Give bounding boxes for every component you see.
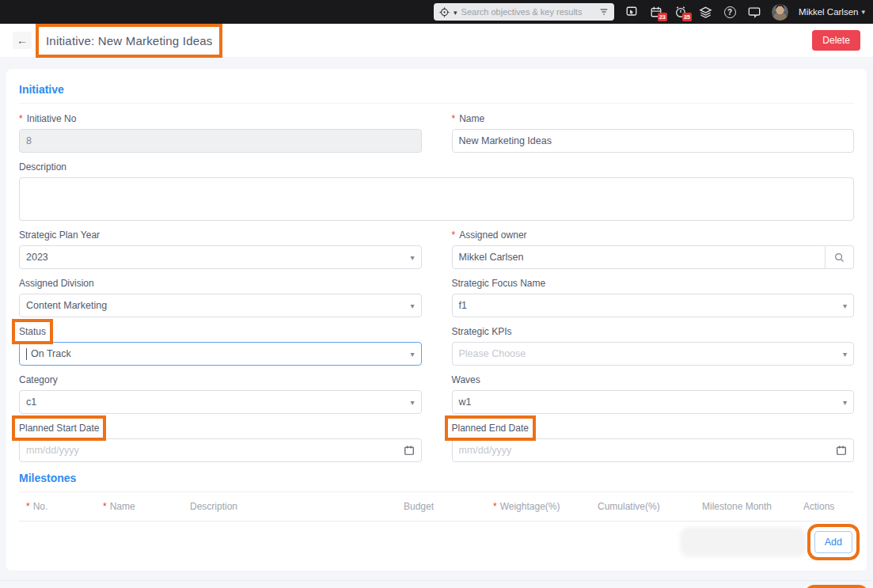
strategic-plan-year-label: Strategic Plan Year bbox=[19, 230, 422, 241]
assigned-owner-label: * Assigned owner bbox=[452, 230, 855, 241]
strategic-focus-name-label: Strategic Focus Name bbox=[452, 278, 855, 289]
assigned-division-label: Assigned Division bbox=[19, 278, 422, 289]
col-description: Description bbox=[190, 501, 404, 512]
name-input[interactable] bbox=[459, 135, 848, 146]
blurred-region bbox=[683, 530, 803, 554]
description-label: Description bbox=[19, 161, 854, 173]
calendar-badge: 23 bbox=[658, 13, 667, 21]
field-status: Status On Track bbox=[19, 326, 422, 366]
planned-end-date-input-wrap bbox=[452, 438, 855, 462]
field-category: Category c1 bbox=[19, 374, 422, 414]
col-actions: Actions bbox=[803, 501, 854, 512]
col-cumulative: Cumulative(%) bbox=[598, 501, 702, 512]
user-name: Mikkel Carlsen bbox=[799, 7, 858, 17]
assigned-owner-input[interactable] bbox=[459, 252, 819, 263]
required-asterisk: * bbox=[493, 501, 497, 512]
search-input[interactable] bbox=[461, 7, 595, 17]
waves-label: Waves bbox=[452, 374, 855, 385]
field-planned-end-date: Planned End Date bbox=[452, 423, 855, 462]
initiative-form-card: Initiative * Initiative No 8 * Name Desc… bbox=[6, 69, 867, 571]
strategic-plan-year-select[interactable]: 2023 bbox=[19, 245, 422, 269]
category-label: Category bbox=[19, 374, 422, 385]
calendar-picker-icon[interactable] bbox=[404, 445, 415, 456]
top-bar: 23 35 Mikkel Carlsen bbox=[0, 0, 873, 24]
alarm-icon[interactable]: 35 bbox=[674, 5, 688, 19]
calendar-picker-icon[interactable] bbox=[836, 445, 847, 456]
planned-start-date-input[interactable] bbox=[26, 445, 404, 456]
field-waves: Waves w1 bbox=[452, 374, 855, 414]
chevron-down-icon bbox=[843, 300, 847, 311]
initiative-section-title: Initiative bbox=[19, 78, 854, 103]
back-button[interactable] bbox=[13, 32, 32, 49]
initiative-no-input: 8 bbox=[19, 129, 422, 153]
field-strategic-kpis: Strategic KPIs Please Choose bbox=[452, 326, 855, 366]
planned-start-date-label-row: Planned Start Date bbox=[19, 423, 422, 434]
search-icon bbox=[834, 252, 845, 263]
alarm-badge: 35 bbox=[682, 13, 692, 21]
required-asterisk: * bbox=[452, 113, 456, 124]
user-avatar[interactable] bbox=[772, 4, 788, 21]
delete-button[interactable]: Delete bbox=[812, 30, 860, 51]
target-scope-icon bbox=[439, 7, 450, 17]
add-milestone-button[interactable]: Add bbox=[814, 531, 852, 553]
page-title: Initiative: New Marketing Ideas bbox=[46, 34, 212, 47]
global-search[interactable] bbox=[434, 3, 614, 21]
planned-start-date-input-wrap bbox=[19, 438, 422, 462]
field-planned-start-date: Planned Start Date bbox=[19, 423, 422, 462]
waves-select[interactable]: w1 bbox=[452, 390, 855, 414]
help-icon[interactable] bbox=[723, 5, 737, 19]
owner-search-button[interactable] bbox=[826, 245, 854, 269]
initiative-no-label: * Initiative No bbox=[19, 113, 422, 124]
description-textarea[interactable] bbox=[19, 177, 854, 221]
name-input-wrap bbox=[452, 129, 855, 153]
layers-icon[interactable] bbox=[698, 5, 712, 19]
user-menu[interactable]: Mikkel Carlsen bbox=[799, 7, 865, 17]
filter-icon[interactable] bbox=[599, 7, 609, 17]
strategic-focus-name-select[interactable]: f1 bbox=[452, 294, 855, 317]
assigned-division-select[interactable]: Content Marketing bbox=[19, 294, 422, 317]
chat-icon[interactable] bbox=[747, 5, 761, 19]
required-asterisk: * bbox=[452, 230, 456, 241]
col-milestone-month: Milestone Month bbox=[702, 501, 803, 512]
milestones-empty-row: Add bbox=[19, 522, 854, 563]
required-asterisk: * bbox=[19, 113, 23, 124]
chevron-down-icon bbox=[410, 252, 414, 263]
field-initiative-no: * Initiative No 8 bbox=[19, 113, 422, 153]
col-name: * Name bbox=[103, 501, 190, 512]
calendar-icon[interactable]: 23 bbox=[649, 5, 663, 19]
category-select[interactable]: c1 bbox=[19, 390, 422, 414]
text-cursor bbox=[26, 348, 27, 360]
strategic-kpis-select[interactable]: Please Choose bbox=[452, 342, 855, 366]
field-name: * Name bbox=[452, 113, 855, 153]
footer-actions: Cancel Update bbox=[0, 581, 873, 588]
milestones-section-title: Milestones bbox=[19, 467, 854, 491]
col-budget: Budget bbox=[404, 501, 493, 512]
page-header: Initiative: New Marketing Ideas Delete bbox=[0, 24, 873, 58]
planned-end-date-label-row: Planned End Date bbox=[452, 423, 855, 434]
required-asterisk: * bbox=[26, 501, 30, 512]
field-assigned-division: Assigned Division Content Marketing bbox=[19, 278, 422, 317]
planned-end-date-label: Planned End Date bbox=[452, 423, 529, 434]
chevron-down-icon bbox=[843, 348, 847, 359]
strategic-kpis-label: Strategic KPIs bbox=[452, 326, 855, 337]
assigned-owner-input-wrap bbox=[452, 245, 826, 269]
col-weightage: * Weightage(%) bbox=[493, 501, 598, 512]
status-select[interactable]: On Track bbox=[19, 342, 422, 366]
report-export-icon[interactable] bbox=[624, 5, 639, 19]
status-label-row: Status bbox=[19, 326, 422, 337]
planned-start-date-label: Planned Start Date bbox=[19, 423, 99, 434]
field-description: Description bbox=[19, 161, 854, 221]
chevron-down-icon bbox=[410, 348, 414, 359]
col-no: * No. bbox=[26, 501, 103, 512]
milestones-table-header: * No. * Name Description Budget * Weight… bbox=[19, 492, 854, 522]
required-asterisk: * bbox=[103, 501, 107, 512]
chevron-down-icon bbox=[410, 396, 414, 408]
chevron-down-icon bbox=[843, 396, 847, 408]
planned-end-date-input[interactable] bbox=[459, 445, 837, 456]
search-scope-caret-icon[interactable] bbox=[454, 6, 457, 17]
chevron-down-icon bbox=[410, 300, 414, 311]
field-strategic-plan-year: Strategic Plan Year 2023 bbox=[19, 230, 422, 269]
divider bbox=[19, 103, 854, 104]
field-strategic-focus-name: Strategic Focus Name f1 bbox=[452, 278, 855, 317]
status-label: Status bbox=[19, 326, 46, 337]
